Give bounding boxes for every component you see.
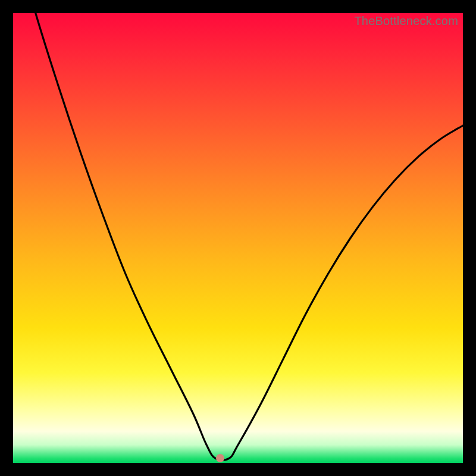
- trough-marker: [216, 454, 224, 462]
- plot-area: TheBottleneck.com: [13, 13, 463, 463]
- curve-path: [13, 0, 463, 460]
- bottleneck-curve: [13, 13, 463, 463]
- chart-frame: TheBottleneck.com: [0, 0, 476, 476]
